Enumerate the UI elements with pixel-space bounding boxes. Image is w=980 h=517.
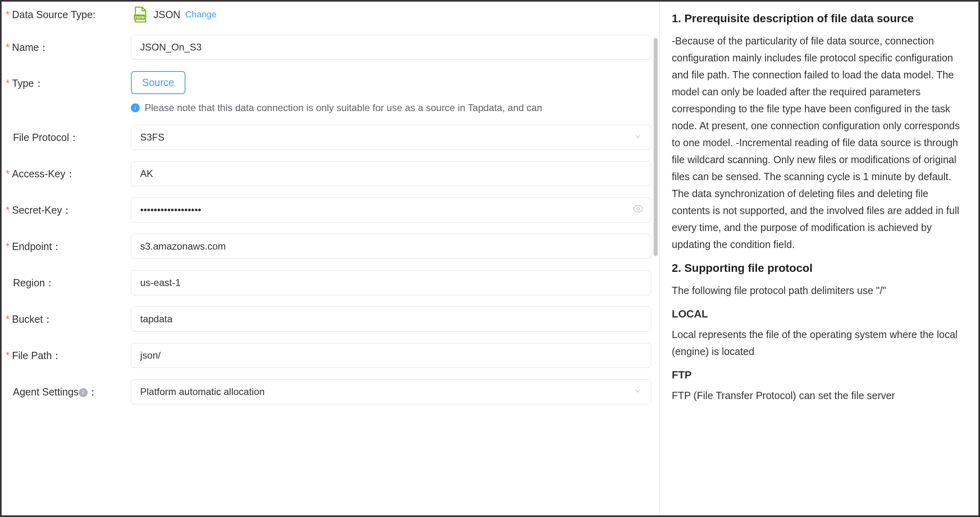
fileprotocol-select[interactable]: S3FS [131,125,651,150]
svg-point-2 [637,208,640,210]
name-input[interactable] [131,35,651,60]
row-accesskey: *Access-Key： [6,161,651,186]
svg-text:JSON: JSON [135,15,145,19]
label-text-datasourcetype: Data Source Type: [12,9,96,20]
help-para-2: The following file protocol path delimit… [672,282,966,299]
filepath-input[interactable] [131,343,651,368]
datasourcetype-value: JSON [154,9,181,21]
type-note-text: Please note that this data connection is… [145,102,542,113]
label-text-accesskey: Access-Key： [12,168,76,179]
label-text-region: Region： [13,277,55,288]
type-note: i Please note that this data connection … [131,102,651,113]
row-type: *Type： Source i Please note that this da… [6,71,651,113]
label-text-filepath: File Path： [12,350,62,361]
label-name: *Name： [6,41,131,54]
help-heading-2: 2. Supporting file protocol [672,262,966,275]
label-filepath: *File Path： [6,349,131,362]
row-bucket: *Bucket： [6,307,651,332]
label-fileprotocol: File Protocol： [6,131,131,144]
chevron-down-icon [634,386,642,397]
row-agentsettings: Agent Settingsi： Platform automatic allo… [6,379,651,404]
datasource-display: JSON JSON Change [131,6,651,23]
label-text-bucket: Bucket： [12,313,53,325]
accesskey-input[interactable] [131,161,651,186]
help-para-3: Local represents the file of the operati… [672,326,966,360]
help-para-4: FTP (File Transfer Protocol) can set the… [672,387,966,404]
change-link[interactable]: Change [185,9,217,20]
label-bucket: *Bucket： [6,313,131,326]
row-region: Region： [6,270,651,295]
endpoint-input[interactable] [131,234,651,259]
row-filepath: *File Path： [6,343,651,368]
chevron-down-icon [634,132,642,143]
row-fileprotocol: File Protocol： S3FS [6,125,651,150]
row-endpoint: *Endpoint： [6,234,651,259]
fileprotocol-value: S3FS [140,132,164,143]
label-text-secretkey: Secret-Key： [12,204,72,216]
agentsettings-value: Platform automatic allocation [140,386,265,397]
row-datasourcetype: *Data Source Type: JSON JSON Change [6,6,651,23]
agentsettings-select[interactable]: Platform automatic allocation [131,379,651,404]
region-input[interactable] [131,270,651,295]
label-text-agentsettings: Agent Settings [13,386,79,397]
eye-icon[interactable] [633,203,644,217]
label-text-endpoint: Endpoint： [12,241,62,252]
label-endpoint: *Endpoint： [6,240,131,253]
help-heading-1: 1. Prerequisite description of file data… [672,12,966,25]
label-datasourcetype: *Data Source Type: [6,9,131,21]
row-name: *Name： [6,35,651,60]
label-agentsettings: Agent Settingsi： [6,385,131,399]
connection-type-source[interactable]: Source [131,71,185,94]
row-secretkey: *Secret-Key： [6,198,651,223]
help-para-1: -Because of the particularity of file da… [672,32,966,253]
info-icon: i [131,103,140,112]
label-text-name: Name： [12,42,49,53]
help-sub-2: FTP [672,369,966,381]
bucket-input[interactable] [131,307,651,332]
help-sub-1: LOCAL [672,308,966,320]
label-type: *Type： [6,71,131,90]
label-text-type: Type： [12,78,44,89]
label-region: Region： [6,276,131,290]
scrollbar-thumb[interactable] [654,38,658,256]
label-text-fileprotocol: File Protocol： [13,132,79,143]
secretkey-input[interactable] [131,198,651,223]
label-accesskey: *Access-Key： [6,167,131,181]
form-panel: *Data Source Type: JSON JSON Change *Nam… [2,2,659,515]
label-secretkey: *Secret-Key： [6,204,131,217]
help-panel: 1. Prerequisite description of file data… [659,2,978,515]
json-file-icon: JSON [131,6,149,23]
help-icon[interactable]: i [79,388,88,397]
